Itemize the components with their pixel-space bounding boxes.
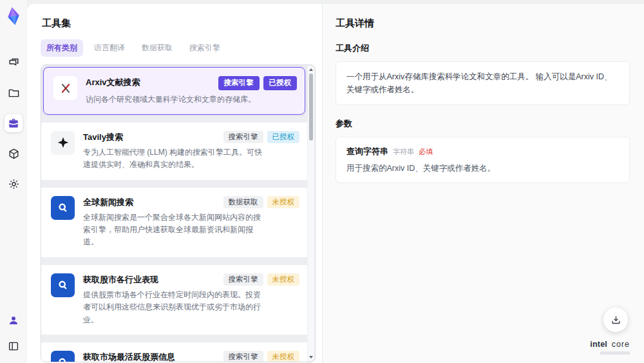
tool-details-panel: 工具详情 工具介绍 一个用于从Arxiv存储库搜索科学论文和文章的工具。 输入可…: [322, 4, 644, 363]
tab-language-translation[interactable]: 语言翻译: [88, 39, 131, 57]
sidebar-item-toolbox[interactable]: [5, 114, 23, 132]
category-badge: 数据获取: [223, 196, 263, 209]
page-title: 工具集: [42, 17, 316, 30]
category-badge: 搜索引擎: [218, 76, 260, 90]
sidebar-item-account[interactable]: [5, 311, 23, 329]
auth-badge: 已授权: [267, 131, 300, 144]
tool-description: 专为人工智能代理 (LLM) 构建的搜索引擎工具。可快速提供实时、准确和真实的结…: [83, 146, 262, 171]
search-logo-icon: [51, 196, 75, 220]
user-icon: [8, 315, 19, 326]
intro-text: 一个用于从Arxiv存储库搜索科学论文和文章的工具。 输入可以是Arxiv ID…: [346, 70, 619, 96]
sidebar-item-chat[interactable]: [5, 54, 23, 72]
tool-card-tavily[interactable]: Tavily搜索 搜索引擎 已授权 专为人工智能代理 (LLM) 构建的搜索引擎…: [41, 123, 307, 180]
tool-name: Arxiv文献搜索: [86, 76, 140, 88]
left-rail: [0, 0, 27, 363]
tab-data-fetch[interactable]: 数据获取: [136, 39, 178, 57]
tool-name: 获取市场最活跃股票信息: [83, 351, 175, 362]
intro-box: 一个用于从Arxiv存储库搜索科学论文和文章的工具。 输入可以是Arxiv ID…: [336, 61, 630, 105]
app-logo-icon: [4, 6, 23, 26]
tool-name: 获取股市各行业表现: [83, 273, 158, 286]
package-icon: [8, 148, 20, 160]
scroll-up-arrow[interactable]: [308, 66, 314, 73]
param-box: 查询字符串 字符串 必填 用于搜索的Arxiv ID、关键字或作者姓名。: [336, 137, 630, 183]
tool-card-sector-performance[interactable]: 获取股市各行业表现 搜索引擎 未授权 提供股票市场各个行业在特定时间段内的表现。…: [41, 265, 307, 335]
tool-name: 全球新闻搜索: [83, 196, 133, 208]
scrollbar-thumb[interactable]: [309, 74, 313, 141]
tavily-star-logo-icon: [51, 131, 75, 155]
tool-list-panel: 工具集 所有类别 语言翻译 数据获取 搜索引擎: [27, 4, 322, 363]
param-required-badge: 必填: [419, 147, 433, 157]
gear-icon: [8, 178, 20, 190]
scroll-down-arrow[interactable]: [308, 354, 314, 360]
intel-core-logo: intel core: [590, 340, 630, 355]
tool-list: Arxiv文献搜索 搜索引擎 已授权 访问各个研究领域大量科学论文和文章的存储库…: [41, 64, 316, 362]
sidebar-item-files[interactable]: [5, 84, 23, 102]
param-description: 用于搜索的Arxiv ID、关键字或作者姓名。: [346, 163, 619, 174]
sidebar-item-collapse[interactable]: [5, 337, 23, 355]
tool-card-global-news[interactable]: 全球新闻搜索 数据获取 未授权 全球新闻搜索是一个聚合全球各大新闻网站内容的搜索…: [41, 188, 307, 257]
param-name: 查询字符串: [346, 146, 388, 157]
tool-description: 提供股票市场各个行业在特定时间段内的表现。投资者可以利用这些信息来识别表现优于或…: [83, 289, 262, 326]
auth-badge: 未授权: [267, 351, 300, 362]
app-window: 工具集 所有类别 语言翻译 数据获取 搜索引擎: [0, 0, 644, 363]
tab-search-engine[interactable]: 搜索引擎: [184, 39, 226, 57]
category-badge: 搜索引擎: [223, 351, 263, 362]
auth-badge: 未授权: [267, 196, 300, 209]
tool-description: 访问各个研究领域大量科学论文和文章的存储库。: [86, 93, 265, 106]
download-button[interactable]: [603, 308, 628, 332]
params-heading: 参数: [336, 118, 630, 130]
tool-card-active-stocks[interactable]: 获取市场最活跃股票信息 搜索引擎 未授权 提供当天交易量最高的股票列表，投资者可…: [41, 342, 307, 362]
param-type: 字符串: [393, 147, 414, 157]
sidebar-item-packages[interactable]: [5, 144, 23, 162]
details-title: 工具详情: [336, 17, 630, 30]
category-tabs: 所有类别 语言翻译 数据获取 搜索引擎: [41, 39, 316, 57]
search-logo-icon: [51, 273, 75, 297]
tool-card-arxiv[interactable]: Arxiv文献搜索 搜索引擎 已授权 访问各个研究领域大量科学论文和文章的存储库…: [43, 67, 305, 115]
intro-heading: 工具介绍: [336, 43, 630, 54]
brand-secondary: core: [612, 340, 630, 349]
search-logo-icon: [51, 351, 75, 362]
auth-badge: 未授权: [267, 273, 300, 286]
folder-icon: [8, 87, 20, 99]
category-badge: 搜索引擎: [223, 131, 263, 144]
chat-icon: [8, 57, 20, 69]
sidebar-item-settings[interactable]: [5, 175, 23, 193]
arxiv-logo-icon: [53, 76, 77, 100]
panel-toggle-icon: [8, 340, 19, 352]
tool-description: 全球新闻搜索是一个聚合全球各大新闻网站内容的搜索引擎，帮助用户快速获取全球最新资…: [83, 211, 262, 249]
tool-name: Tavily搜索: [83, 131, 123, 143]
toolbox-icon: [8, 117, 19, 129]
list-scrollbar: [308, 66, 314, 361]
brand-primary: intel: [590, 340, 607, 349]
tab-all-categories[interactable]: 所有类别: [41, 39, 83, 57]
download-icon: [611, 315, 621, 326]
brand-subtext-bar: [600, 351, 630, 355]
auth-badge: 已授权: [263, 76, 298, 90]
category-badge: 搜索引擎: [223, 273, 263, 286]
